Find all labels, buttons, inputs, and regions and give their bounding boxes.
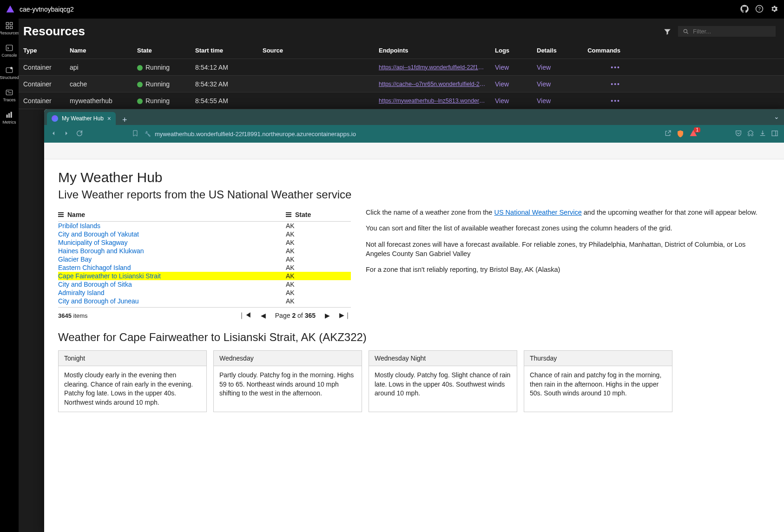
forecast-card: WednesdayPartly cloudy. Patchy fog in th…: [213, 350, 362, 412]
col-type[interactable]: Type: [23, 47, 70, 54]
first-page-button[interactable]: ｜◀: [238, 311, 251, 320]
zone-link[interactable]: Pribilof Islands: [58, 222, 100, 230]
col-endpoints[interactable]: Endpoints: [379, 47, 495, 54]
svg-line-17: [687, 32, 688, 33]
tabs-dropdown-icon[interactable]: ⌄: [774, 113, 779, 120]
sidebar-label: Metrics: [3, 120, 16, 125]
filter-search-box[interactable]: [678, 26, 776, 37]
zone-link[interactable]: Eastern Chichagof Island: [58, 264, 131, 271]
forecast-card-body: Partly cloudy. Patchy fog in the morning…: [214, 366, 362, 403]
page-indicator: Page 2 of 365: [275, 312, 316, 319]
filter-input[interactable]: [693, 28, 771, 35]
sidebar-toggle-icon[interactable]: [771, 130, 778, 138]
svg-rect-15: [11, 112, 12, 118]
cell-start: 8:54:32 AM: [195, 80, 263, 88]
cell-state: Running: [137, 64, 195, 71]
prev-page-button[interactable]: ◀: [261, 312, 266, 319]
share-icon[interactable]: [664, 130, 672, 138]
sidebar-item-metrics[interactable]: Metrics: [3, 111, 16, 125]
github-icon[interactable]: [740, 5, 749, 14]
zone-link[interactable]: Admiralty Island: [58, 289, 105, 296]
back-button[interactable]: [50, 130, 57, 138]
pocket-icon[interactable]: [735, 130, 742, 138]
sidebar-item-traces[interactable]: Traces: [3, 88, 15, 102]
next-page-button[interactable]: ▶: [325, 312, 330, 319]
reload-button[interactable]: [76, 130, 83, 138]
brave-shield-icon[interactable]: [676, 130, 685, 138]
col-commands[interactable]: Commands: [583, 47, 620, 54]
site-info-icon[interactable]: 🔧: [145, 131, 151, 137]
help-icon[interactable]: ?: [755, 5, 764, 14]
forecast-card: Wednesday NightMostly cloudy. Patchy fog…: [369, 350, 517, 412]
forward-button[interactable]: [63, 130, 70, 138]
table-header: Type Name State Start time Source Endpoi…: [19, 42, 784, 59]
webpage-h2: Live Weather reports from the US Nationa…: [58, 188, 770, 201]
browser-window: My Weather Hub × + ⌄ 🔧 myweatherhub.wond…: [44, 109, 784, 532]
last-page-button[interactable]: ▶｜: [339, 311, 351, 320]
details-link[interactable]: View: [537, 64, 583, 71]
nws-link[interactable]: US National Weather Service: [494, 209, 581, 216]
endpoint-link[interactable]: https://cache--o7nr65n.wonderfulfield-22…: [379, 81, 486, 87]
zone-state: AK: [286, 222, 351, 230]
zone-row: City and Borough of JuneauAK: [58, 297, 351, 305]
svg-rect-18: [772, 131, 777, 136]
svg-rect-14: [9, 113, 10, 118]
zone-link[interactable]: Municipality of Skagway: [58, 239, 127, 246]
page-ribbon: [44, 143, 784, 159]
extensions-icon[interactable]: [747, 130, 754, 138]
svg-rect-6: [6, 45, 13, 51]
filter-icon[interactable]: [663, 27, 672, 36]
svg-rect-2: [6, 22, 8, 25]
url-text: myweatherhub.wonderfulfield-22f18991.nor…: [155, 131, 356, 138]
logs-link[interactable]: View: [495, 97, 537, 105]
sidebar-item-structured[interactable]: + Structured: [0, 66, 19, 80]
col-state[interactable]: State: [137, 47, 195, 54]
table-row: ContainercacheRunning8:54:32 AMhttps://c…: [19, 76, 784, 92]
details-link[interactable]: View: [537, 80, 583, 88]
new-tab-button[interactable]: +: [119, 115, 131, 125]
topbar: cae-yvtnoybaiqcg2 ?: [0, 0, 784, 19]
cell-name: api: [70, 64, 137, 71]
zone-link[interactable]: Glacier Bay: [58, 256, 92, 263]
menu-icon: [286, 211, 291, 218]
col-start[interactable]: Start time: [195, 47, 263, 54]
tab-close-icon[interactable]: ×: [107, 115, 111, 122]
commands-menu[interactable]: •••: [583, 97, 620, 105]
svg-rect-10: [6, 90, 13, 95]
url-display[interactable]: 🔧 myweatherhub.wonderfulfield-22f18991.n…: [145, 131, 659, 138]
logs-link[interactable]: View: [495, 64, 537, 71]
col-details[interactable]: Details: [537, 47, 583, 54]
sidebar-item-console[interactable]: Console: [1, 44, 17, 58]
zone-link[interactable]: Haines Borough and Klukwan: [58, 247, 144, 255]
downloads-icon[interactable]: [759, 130, 766, 138]
endpoint-link[interactable]: https://api--s1fdlmy.wonderfulfield-22f1…: [379, 64, 486, 71]
col-logs[interactable]: Logs: [495, 47, 537, 54]
details-link[interactable]: View: [537, 97, 583, 105]
bookmark-icon[interactable]: [132, 130, 139, 138]
browser-tabstrip: My Weather Hub × + ⌄: [44, 109, 784, 125]
logs-link[interactable]: View: [495, 80, 537, 88]
browser-addressbar: 🔧 myweatherhub.wonderfulfield-22f18991.n…: [44, 125, 784, 143]
commands-menu[interactable]: •••: [583, 80, 620, 88]
col-name[interactable]: Name: [70, 47, 137, 54]
forecast-heading: Weather for Cape Fairweather to Lisiansk…: [58, 331, 770, 344]
zone-col-name[interactable]: Name: [58, 210, 85, 218]
sidebar-item-resources[interactable]: Resources: [0, 21, 20, 35]
sidebar-label: Traces: [3, 98, 15, 102]
brave-rewards-icon[interactable]: 1: [689, 129, 698, 139]
zone-state: AK: [286, 264, 351, 271]
zone-link[interactable]: Cape Fairweather to Lisianski Strait: [58, 272, 161, 280]
zone-state: AK: [286, 289, 351, 296]
zone-link[interactable]: City and Borough of Sitka: [58, 281, 132, 288]
cell-endpoint: https://myweatherhub--lnz5813.wonderfulf…: [379, 98, 495, 104]
tab-favicon-icon: [52, 115, 58, 122]
col-source[interactable]: Source: [263, 47, 379, 54]
commands-menu[interactable]: •••: [583, 64, 620, 71]
settings-icon[interactable]: [770, 5, 778, 14]
zone-link[interactable]: City and Borough of Juneau: [58, 297, 139, 305]
zone-link[interactable]: City and Borough of Yakutat: [58, 230, 139, 238]
endpoint-link[interactable]: https://myweatherhub--lnz5813.wonderfulf…: [379, 98, 486, 104]
browser-tab[interactable]: My Weather Hub ×: [47, 112, 116, 125]
zone-col-state[interactable]: State: [286, 210, 351, 218]
aspire-logo-icon: [6, 5, 15, 14]
